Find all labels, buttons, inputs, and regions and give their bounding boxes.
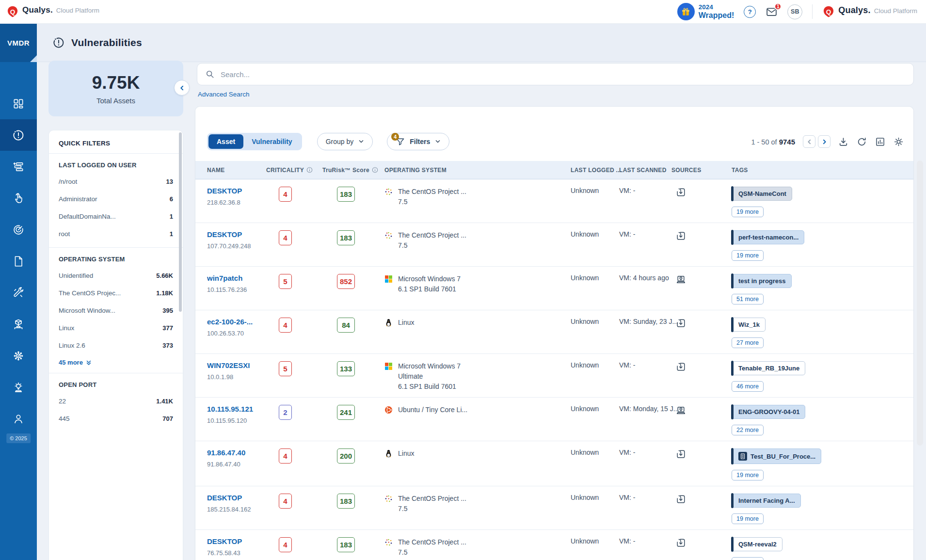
info-icon[interactable] [372,167,378,173]
filter-item[interactable]: root1 [59,225,173,242]
asset-name-link[interactable]: win7patch [207,274,266,282]
sidebar-item-prioritization[interactable] [0,151,37,182]
filters-count-badge: 4 [391,133,399,141]
table-row[interactable]: DESKTOP107.70.249.2484183The CentOS Proj… [195,223,913,267]
search-input[interactable] [221,70,905,79]
prev-page-button[interactable] [803,135,815,148]
panel-scrollbar[interactable] [179,132,182,312]
tag-more-button[interactable]: 51 more [732,294,764,304]
wrapped-2024-banner[interactable]: 2024 Wrapped! [677,3,734,20]
sidebar-item-vulnerabilities[interactable] [0,119,37,151]
collapse-panel-button[interactable] [174,80,190,96]
help-icon[interactable]: ? [744,6,756,18]
filter-item[interactable]: Administrator6 [59,190,173,208]
view-toggle-vulnerability[interactable]: Vulnerability [243,134,301,149]
next-page-button[interactable] [818,135,830,148]
last-scanned: VM: Sunday, 23 J... [619,318,671,325]
filter-item-count: 5.66K [156,272,173,279]
filter-item[interactable]: 221.41K [59,392,173,410]
table-row[interactable]: 91.86.47.4091.86.47.404200LinuxUnknownVM… [195,441,913,486]
ideas-icon [12,381,25,394]
show-more-link[interactable]: 45 more [59,354,173,368]
criticality-badge: 4 [279,448,292,464]
tag-pill[interactable]: Test_BU_For_Proce... [732,448,821,464]
table-row[interactable]: DESKTOP218.62.36.84183The CentOS Project… [195,179,913,223]
last-logged-user: Unknown [571,230,619,238]
view-toggle-asset[interactable]: Asset [208,134,243,149]
table-row[interactable]: DESKTOP76.75.58.434183The CentOS Project… [195,530,913,560]
info-icon[interactable] [306,167,313,173]
agent-host-icon [675,361,732,372]
asset-name-link[interactable]: DESKTOP [207,187,266,195]
table-row[interactable]: win7patch10.115.76.2365852Microsoft Wind… [195,267,913,310]
filters-button[interactable]: 4 Filters [387,133,449,150]
settings-gear-icon[interactable] [894,137,904,147]
tag-more-button[interactable]: 18 more [732,557,764,560]
agent-host-icon [675,494,732,505]
sidebar-item-scans[interactable] [0,214,37,245]
asset-name-link[interactable]: ec2-100-26-... [207,318,266,326]
refresh-icon[interactable] [857,137,867,147]
table-row[interactable]: ec2-100-26-...100.26.53.70484LinuxUnknow… [195,310,913,354]
brand-suffix: Cloud Platform [56,7,99,14]
filter-item[interactable]: Microsoft Window...395 [59,302,173,319]
tag-more-button[interactable]: 22 more [732,425,764,435]
asset-name-link[interactable]: DESKTOP [207,494,266,502]
tag-pill[interactable]: QSM-reeval2 [732,537,782,551]
sidebar-item-ideas[interactable] [0,371,37,403]
sidebar-item-profile[interactable] [0,403,37,434]
filter-item[interactable]: /n/root13 [59,173,173,190]
table-header-row: NAMECRITICALITYTruRisk™ ScoreOPERATING S… [195,161,913,179]
tag-pill[interactable]: perf-test-namecon... [732,230,804,244]
asset-name-link[interactable]: 10.115.95.121 [207,405,266,413]
table-row[interactable]: 10.115.95.12110.115.95.1202241Ubuntu / T… [195,398,913,441]
sidebar-item-reports[interactable] [0,245,37,277]
filter-item-label: Linux [59,324,74,332]
tag-more-button[interactable]: 19 more [732,513,764,524]
tag-more-button[interactable]: 27 more [732,337,764,348]
tag-more-button[interactable]: 46 more [732,381,764,392]
tag-pill[interactable]: Internet Facing A... [732,494,801,508]
prioritization-icon [12,160,25,173]
sidebar-item-assets[interactable] [0,308,37,340]
filter-item[interactable]: Linux377 [59,319,173,336]
asset-name-link[interactable]: DESKTOP [207,230,266,239]
advanced-search-link[interactable]: Advanced Search [198,91,250,98]
tag-more-button[interactable]: 19 more [732,207,764,217]
avatar[interactable]: SB [787,4,802,19]
tag-pill[interactable]: Wiz_1k [732,318,766,332]
app-switcher-vmdr[interactable]: VMDR [0,24,37,62]
tag-pill[interactable]: test in progress [732,274,792,288]
criticality-badge: 5 [279,361,292,376]
sidebar-item-responses[interactable] [0,182,37,214]
sidebar-item-remediation[interactable] [0,277,37,308]
tag-more-button[interactable]: 19 more [732,470,764,480]
notifications-button[interactable]: 1 [766,6,778,18]
filter-item[interactable]: Linux 2.6373 [59,336,173,354]
tag-more-button[interactable]: 19 more [732,250,764,261]
show-more-label: 45 more [59,359,83,366]
sidebar-item-dashboard[interactable] [0,88,37,119]
tag-label: Wiz_1k [738,321,760,328]
copyright-label: © 2025 [6,433,31,443]
os-name: The CentOS Project ...7.5 [398,230,466,251]
os-name: Microsoft Windows 76.1 SP1 Build 7601 [398,274,461,294]
table-row[interactable]: WIN702ESXI10.0.1.985133Microsoft Windows… [195,354,913,398]
filter-item[interactable]: DefaultDomainNa...1 [59,208,173,225]
filter-item[interactable]: The CentOS Projec...1.18K [59,284,173,302]
tag-pill[interactable]: QSM-NameCont [732,187,792,201]
chart-icon[interactable] [875,137,885,147]
filter-item[interactable]: 445707 [59,410,173,427]
asset-name-link[interactable]: 91.86.47.40 [207,448,266,457]
tag-pill[interactable]: Tenable_RB_19June [732,361,805,375]
filter-item[interactable]: Unidentified5.66K [59,267,173,284]
last-logged-user: Unknown [571,318,619,325]
asset-name-link[interactable]: DESKTOP [207,537,266,545]
tag-pill[interactable]: ENG-GROOVY-04-01 [732,405,805,419]
table-scrollbar[interactable] [917,160,923,446]
table-row[interactable]: DESKTOP185.215.84.1624183The CentOS Proj… [195,486,913,530]
asset-name-link[interactable]: WIN702ESXI [207,361,266,369]
download-icon[interactable] [838,137,848,147]
group-by-button[interactable]: Group by [317,133,373,150]
sidebar-item-threat-protection[interactable] [0,340,37,371]
